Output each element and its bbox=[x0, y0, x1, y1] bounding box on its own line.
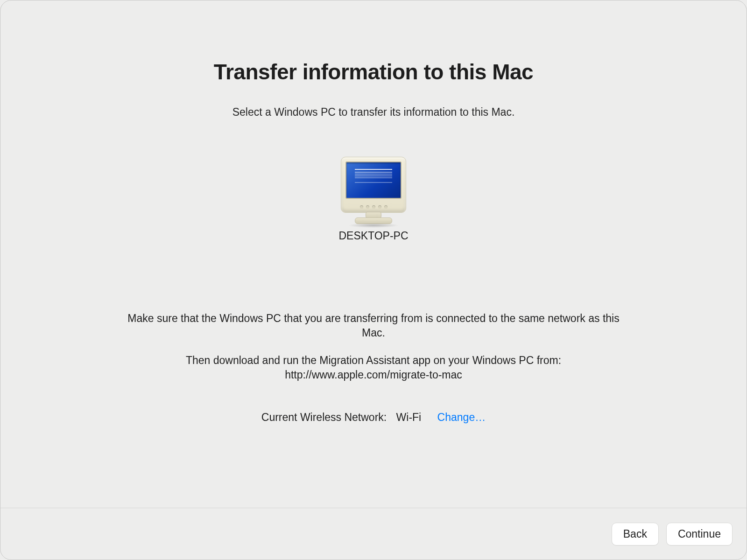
continue-button[interactable]: Continue bbox=[666, 523, 733, 546]
migration-url: http://www.apple.com/migrate-to-mac bbox=[285, 369, 462, 381]
device-label: DESKTOP-PC bbox=[338, 230, 408, 242]
network-label: Current Wireless Network: bbox=[261, 411, 387, 423]
page-subtitle: Select a Windows PC to transfer its info… bbox=[0, 106, 747, 119]
change-network-link[interactable]: Change… bbox=[437, 411, 486, 423]
instruction-line-2: Then download and run the Migration Assi… bbox=[126, 353, 621, 382]
footer-buttons: Back Continue bbox=[612, 523, 733, 546]
network-value: Wi-Fi bbox=[396, 411, 422, 423]
instruction-line-1: Make sure that the Windows PC that you a… bbox=[126, 311, 621, 340]
page-title: Transfer information to this Mac bbox=[0, 59, 747, 84]
back-button[interactable]: Back bbox=[612, 523, 659, 546]
device-item-desktop-pc[interactable]: DESKTOP-PC bbox=[338, 157, 409, 242]
instruction-text: Make sure that the Windows PC that you a… bbox=[0, 311, 747, 382]
migration-assistant-pane: Transfer information to this Mac Select … bbox=[0, 0, 747, 424]
device-list: DESKTOP-PC bbox=[0, 157, 747, 242]
network-info: Current Wireless Network: Wi-Fi Change… bbox=[0, 411, 747, 424]
footer-separator bbox=[0, 508, 747, 508]
pc-crt-icon bbox=[338, 157, 409, 227]
